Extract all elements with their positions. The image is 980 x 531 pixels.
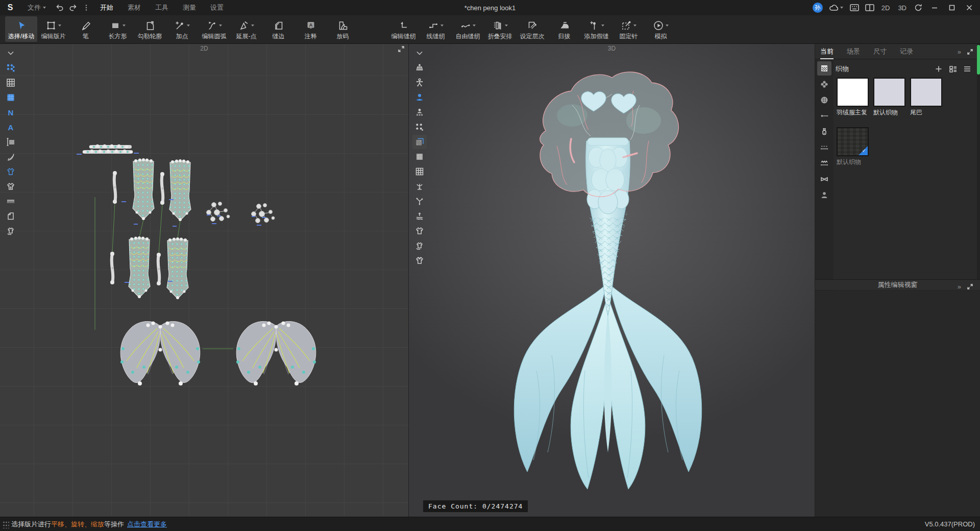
pattern-piece-tail[interactable] (167, 237, 188, 299)
tool-rectangle[interactable]: 长方形 (102, 16, 134, 42)
tool-fold-arrange[interactable]: 折叠安排 (484, 16, 516, 42)
collapse-panel-icon[interactable] (967, 49, 973, 55)
pattern-piece-tail[interactable] (129, 236, 150, 298)
tool-pen[interactable]: 笔 (69, 16, 102, 42)
fabric-swatch[interactable]: 尾巴 (910, 78, 942, 117)
property-editor-header[interactable]: 属性编辑视窗 » (815, 279, 980, 291)
mesh-grid-icon[interactable] (412, 164, 427, 179)
tab-current[interactable]: 当前 (820, 44, 834, 59)
list-view-button[interactable] (962, 63, 973, 75)
category-fabric-icon[interactable] (817, 61, 831, 76)
pattern-piece-tail[interactable] (133, 158, 154, 220)
tool-edit-sewing[interactable]: 编辑缝纫 (387, 16, 420, 42)
app-logo[interactable]: S (0, 3, 20, 12)
garment-ruffle-top[interactable] (540, 72, 679, 197)
letter-a-icon[interactable]: A (4, 120, 18, 134)
tool-annotation[interactable]: A 注释 (295, 16, 327, 42)
category-trim-icon[interactable] (817, 77, 831, 91)
tool-select-move[interactable]: 选择/移动 (5, 16, 37, 42)
pattern-piece-fin[interactable] (236, 321, 316, 385)
tshirt-arrange-icon[interactable] (4, 179, 18, 194)
pattern-piece-strip-top[interactable] (77, 144, 139, 155)
multi-avatar-icon[interactable] (412, 105, 427, 119)
tool-line-sewing[interactable]: 线缝纫 (420, 16, 452, 42)
cloud-sync-button[interactable] (826, 0, 846, 15)
category-zigzag-stitch-icon[interactable] (817, 156, 831, 171)
garment-3d-view[interactable] (409, 44, 815, 517)
undo-button[interactable] (53, 0, 66, 15)
stitch-bar-icon[interactable] (4, 194, 18, 208)
redo-button[interactable] (66, 0, 80, 15)
menu-file[interactable]: 文件 (20, 0, 53, 15)
tab-record[interactable]: 记录 (900, 44, 913, 59)
tool-add-baste[interactable]: 添加假缝 (580, 16, 612, 42)
tab-scene[interactable]: 场景 (847, 44, 860, 59)
more-menu-icon[interactable] (80, 0, 93, 15)
pattern-piece-side-strip[interactable] (110, 252, 114, 284)
shirt-rotate-icon[interactable] (4, 224, 18, 238)
sidebar-scrollbar[interactable] (977, 44, 980, 279)
pattern-piece-side-strip[interactable] (157, 253, 161, 285)
pattern-piece-side-strip[interactable] (160, 172, 164, 205)
menu-tools[interactable]: 工具 (148, 0, 176, 15)
measure-ruler-icon[interactable] (4, 135, 18, 149)
category-buckle-icon[interactable] (817, 172, 831, 186)
tool-free-sewing[interactable]: 自由缝纫 (452, 16, 484, 42)
fabric-display-icon[interactable] (412, 135, 427, 149)
category-button-icon[interactable] (817, 93, 831, 107)
avatar[interactable]: 孙 (811, 0, 824, 15)
tool-add-point[interactable]: 加点 (166, 16, 198, 42)
tool-trace-outline[interactable]: 勾勒轮廓 (134, 16, 166, 42)
shortcut-panel-icon[interactable] (848, 0, 861, 15)
tool-seam-edge[interactable]: 缝边 (262, 16, 295, 42)
fabric-swatch[interactable]: 羽绒服主复 (837, 78, 869, 117)
category-topstitch-icon[interactable] (817, 140, 831, 155)
menu-material[interactable]: 素材 (120, 0, 148, 15)
maximize-button[interactable] (944, 0, 960, 15)
tool-edit-pattern[interactable]: 编辑版片 (37, 16, 69, 42)
view-2d-button[interactable]: 2D (878, 4, 893, 12)
pattern-page-icon[interactable] (4, 209, 18, 223)
tool-edit-arc[interactable]: 编辑圆弧 (198, 16, 230, 42)
menu-measure[interactable]: 测量 (176, 0, 203, 15)
pattern-piece-cluster[interactable] (207, 202, 230, 225)
minimize-button[interactable] (927, 0, 942, 15)
collapse-strip-icon[interactable] (412, 46, 427, 60)
pattern-canvas-2d[interactable] (0, 44, 408, 517)
property-more-icon[interactable]: » (958, 283, 961, 291)
grid-texture-icon[interactable] (4, 76, 18, 90)
tool-simulate[interactable]: 模拟 (645, 16, 677, 42)
tshirt-show-icon[interactable] (412, 224, 427, 238)
gravity-pin-icon[interactable] (412, 179, 427, 194)
pattern-piece-side-strip[interactable] (113, 171, 117, 204)
panel-2d[interactable]: 2D N A (0, 44, 408, 517)
fabric-swatch[interactable]: 默认织物 (873, 78, 905, 117)
menu-start[interactable]: 开始 (93, 0, 120, 15)
tool-grading[interactable]: 放码 (327, 16, 359, 42)
pattern-piece-tail[interactable] (169, 159, 191, 221)
avatar-display-icon[interactable] (412, 90, 427, 105)
refresh-icon[interactable] (912, 0, 925, 15)
shirt-front-icon[interactable] (412, 253, 427, 268)
tab-size[interactable]: 尺寸 (873, 44, 887, 59)
close-button[interactable] (962, 0, 977, 15)
curve-ruler-icon[interactable] (4, 150, 18, 164)
mannequin-icon[interactable] (412, 61, 427, 75)
fabric-swatch-selected[interactable]: 默认织物 (837, 127, 869, 166)
pattern-piece-fin[interactable] (120, 321, 200, 385)
add-fabric-button[interactable] (933, 63, 944, 75)
see-more-link[interactable]: 点击查看更多 (127, 520, 167, 529)
statusbar-drag-handle[interactable] (2, 520, 9, 528)
collapse-panel-icon[interactable] (967, 284, 973, 289)
tshirt-outline-blue-icon[interactable] (4, 164, 18, 179)
solid-surface-icon[interactable] (412, 150, 427, 164)
skeleton-pose-icon[interactable] (412, 76, 427, 90)
fabric-pattern-icon[interactable] (4, 61, 18, 75)
letter-n-icon[interactable]: N (4, 105, 18, 119)
tool-extend-point[interactable]: 延展-点 (230, 16, 262, 42)
seam-node-icon[interactable] (412, 194, 427, 208)
pattern-piece-cluster[interactable] (252, 204, 275, 226)
tool-fixed-pin[interactable]: 固定针 (612, 16, 645, 42)
tool-set-layer[interactable]: 设定层次 (516, 16, 548, 42)
scrollbar-thumb[interactable] (977, 45, 980, 75)
